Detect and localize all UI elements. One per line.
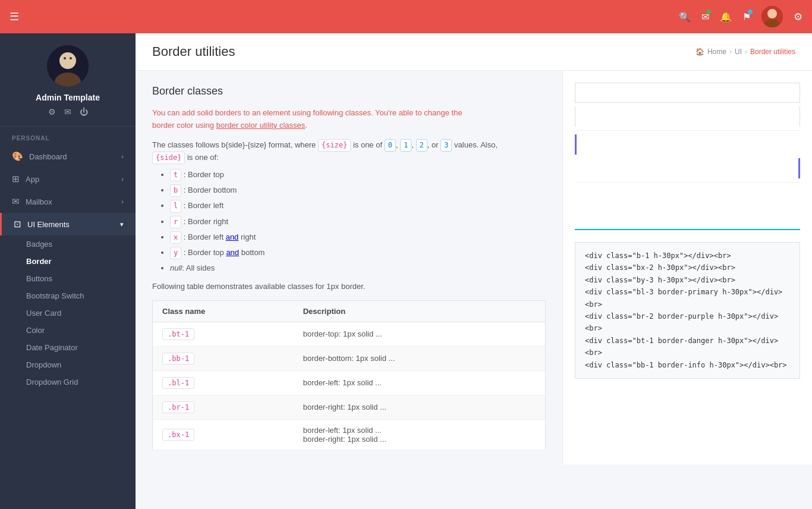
section-title: Border classes bbox=[152, 85, 546, 98]
r-code: r bbox=[170, 216, 181, 228]
b-code: b bbox=[170, 184, 181, 197]
class-badge: .bt-1 bbox=[162, 328, 194, 340]
dashboard-icon: 🎨 bbox=[12, 151, 23, 162]
list-item: l : Border left bbox=[170, 200, 546, 212]
sidebar-item-badges[interactable]: Badges bbox=[26, 235, 136, 253]
topnav-icons: 🔍 ✉ 🔔 ⚑ ⚙ bbox=[679, 6, 802, 27]
svg-point-7 bbox=[70, 57, 72, 59]
table-description: Following table demonstrates available c… bbox=[152, 282, 546, 291]
chevron-right-icon: › bbox=[121, 175, 124, 183]
code-line: <div class="b-1 h-30px"></div><br> bbox=[585, 250, 790, 262]
class-badge: .br-1 bbox=[162, 401, 194, 413]
row-desc: border-bottom: 1px solid ... bbox=[294, 346, 546, 370]
page-header: Border utilities 🏠 Home › UI › Border ut… bbox=[136, 33, 812, 71]
avatar bbox=[47, 45, 89, 87]
sidebar-item-dashboard[interactable]: 🎨 Dashboard › bbox=[0, 145, 136, 168]
sidebar-item-bootstrap-switch[interactable]: Bootstrap Switch bbox=[26, 287, 136, 304]
demo-empty bbox=[575, 186, 800, 206]
hamburger-button[interactable]: ☰ bbox=[10, 10, 19, 23]
code-line: <div class="by-3 h-30px"></div><br> bbox=[585, 274, 790, 286]
row-desc: border-right: 1px solid ... bbox=[294, 395, 546, 419]
demo-border-x bbox=[575, 106, 800, 127]
flag-button[interactable]: ⚑ bbox=[742, 11, 751, 23]
power-icon[interactable]: ⏻ bbox=[80, 107, 88, 117]
code-line: <div class="br-2 border-purple h-30px"><… bbox=[585, 310, 790, 335]
chevron-right-icon: › bbox=[121, 198, 124, 205]
content-area: Border classes You can add solid borders… bbox=[136, 71, 812, 464]
main-column: Border classes You can add solid borders… bbox=[136, 71, 562, 464]
breadcrumb-ui[interactable]: UI bbox=[735, 48, 742, 56]
mail-icon: ✉ bbox=[12, 196, 20, 207]
main-inner: Border classes You can add solid borders… bbox=[136, 71, 562, 464]
svg-point-1 bbox=[767, 9, 777, 18]
list-item: r : Border right bbox=[170, 216, 546, 228]
sidebar-profile-actions: ⚙ ✉ ⏻ bbox=[48, 107, 88, 117]
user-avatar[interactable] bbox=[761, 6, 783, 27]
demo-border-right-purple bbox=[575, 158, 800, 178]
val-1: 1 bbox=[400, 139, 411, 152]
table-row: .bb-1 border-bottom: 1px solid ... bbox=[153, 346, 546, 370]
sidebar-item-label: UI Elements bbox=[27, 220, 120, 229]
sidebar-username: Admin Template bbox=[36, 93, 100, 102]
mail-badge bbox=[706, 10, 711, 14]
row-desc: border-left: 1px solid ... bbox=[294, 370, 546, 395]
sidebar-item-dropdown[interactable]: Dropdown bbox=[26, 356, 136, 373]
settings-icon[interactable]: ⚙ bbox=[48, 107, 56, 117]
sidebar-item-border[interactable]: Border bbox=[26, 253, 136, 270]
class-badge: .bb-1 bbox=[162, 353, 194, 365]
format-paragraph: The classes follows b{side}-{size} forma… bbox=[152, 139, 546, 164]
breadcrumb-home[interactable]: Home bbox=[707, 48, 726, 56]
mail-button[interactable]: ✉ bbox=[701, 11, 709, 23]
chevron-down-icon: ▾ bbox=[120, 221, 124, 228]
col-header-description: Description bbox=[294, 300, 546, 322]
settings-gear-icon[interactable]: ⚙ bbox=[794, 11, 802, 23]
sidebar-item-label: Mailbox bbox=[26, 197, 121, 206]
code-block: <div class="b-1 h-30px"></div><br> <div … bbox=[575, 242, 800, 379]
side-badge: {side} bbox=[152, 152, 185, 164]
sidebar-item-color[interactable]: Color bbox=[26, 322, 136, 339]
sidebar-item-ui-elements[interactable]: ⊡ UI Elements ▾ bbox=[0, 213, 136, 235]
demo-border-full bbox=[575, 83, 800, 103]
home-icon: 🏠 bbox=[695, 48, 704, 56]
border-sides-list: t : Border top b : Border bottom l : Bor… bbox=[152, 169, 546, 275]
col-header-classname: Class name bbox=[153, 300, 294, 322]
mail-icon[interactable]: ✉ bbox=[64, 107, 71, 117]
ui-elements-submenu: Badges Border Buttons Bootstrap Switch U… bbox=[0, 235, 136, 391]
l-code: l bbox=[170, 200, 181, 212]
app-layout: Admin Template ⚙ ✉ ⏻ PERSONAL 🎨 Dashboar… bbox=[0, 33, 812, 509]
top-navbar: ☰ 🔍 ✉ 🔔 ⚑ ⚙ bbox=[0, 0, 812, 33]
page-title: Border utilities bbox=[152, 44, 235, 59]
table-row: .bt-1 border-top: 1px solid ... bbox=[153, 322, 546, 346]
sidebar: Admin Template ⚙ ✉ ⏻ PERSONAL 🎨 Dashboar… bbox=[0, 33, 136, 509]
size-badge: {size} bbox=[318, 139, 351, 152]
bell-button[interactable]: 🔔 bbox=[720, 11, 732, 23]
sidebar-item-mailbox[interactable]: ✉ Mailbox › bbox=[0, 190, 136, 213]
val-0: 0 bbox=[385, 139, 396, 152]
border-classes-table: Class name Description .bt-1 border-top:… bbox=[152, 300, 546, 450]
demo-border-left-purple bbox=[575, 134, 800, 155]
sidebar-item-user-card[interactable]: User Card bbox=[26, 304, 136, 322]
demo-border-cyan bbox=[575, 210, 800, 230]
row-desc: border-left: 1px solid ... border-right:… bbox=[294, 419, 546, 450]
svg-point-6 bbox=[64, 57, 66, 59]
svg-point-4 bbox=[59, 52, 76, 69]
flag-badge bbox=[748, 10, 753, 14]
val-3: 3 bbox=[440, 139, 452, 152]
table-row: .bx-1 border-left: 1px solid ... border-… bbox=[153, 419, 546, 450]
list-item: b : Border bottom bbox=[170, 184, 546, 197]
ui-icon: ⊡ bbox=[14, 219, 21, 230]
sidebar-item-dropdown-grid[interactable]: Dropdown Grid bbox=[26, 373, 136, 391]
search-button[interactable]: 🔍 bbox=[679, 11, 691, 23]
y-code: y bbox=[170, 247, 181, 259]
code-line: <div class="bt-1 border-danger h-30px"><… bbox=[585, 335, 790, 359]
sidebar-item-label: App bbox=[26, 175, 121, 184]
sidebar-item-app[interactable]: ⊞ App › bbox=[0, 168, 136, 190]
class-badge: .bl-1 bbox=[162, 377, 194, 389]
intro-paragraph: You can add solid borders to an element … bbox=[152, 107, 546, 132]
class-badge: .bx-1 bbox=[162, 429, 194, 441]
sidebar-item-date-paginator[interactable]: Date Paginator bbox=[26, 339, 136, 356]
breadcrumb-current: Border utilities bbox=[750, 48, 795, 56]
sidebar-item-buttons[interactable]: Buttons bbox=[26, 270, 136, 287]
sidebar-item-label: Dashboard bbox=[29, 152, 121, 161]
section-personal-label: PERSONAL bbox=[0, 127, 136, 145]
